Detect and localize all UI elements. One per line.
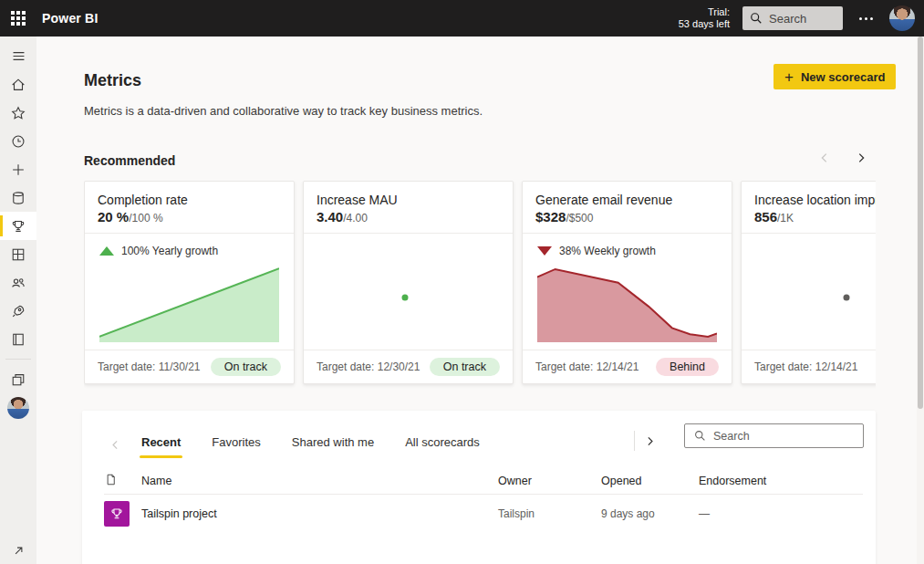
sidebar-item-datasets[interactable] [0,183,36,212]
metric-title: Increase MAU [317,193,500,207]
chevron-left-icon [818,151,831,164]
page-title: Metrics [84,71,141,90]
status-badge: Behind [656,358,719,376]
target-date: Target date: 12/14/21 [535,360,638,373]
my-workspace-avatar [7,397,29,419]
recommended-section-title: Recommended [84,153,175,168]
metric-title: Increase location impressions [754,193,876,207]
global-search-box[interactable] [742,6,843,30]
sidebar-item-home[interactable] [0,70,36,99]
tab-recent[interactable]: Recent [140,432,182,458]
metric-card-email-revenue[interactable]: Generate email revenue $328/$500 38% Wee… [522,181,732,384]
status-badge: On track [211,358,281,376]
sidebar-item-learn[interactable] [0,325,36,353]
sidebar-item-favorites[interactable] [0,99,36,127]
tab-all-scorecards[interactable]: All scorecards [403,432,482,458]
sidebar-item-create[interactable] [0,155,36,183]
chevron-left-icon [109,439,121,451]
datasets-database-icon [10,190,26,206]
scorecards-search-input[interactable] [713,430,832,443]
sidebar-item-workspaces[interactable] [0,365,36,393]
tab-shared-with-me[interactable]: Shared with me [290,432,376,458]
metric-title: Completion rate [98,193,281,207]
trend-indicator: 38% Weekly growth [537,243,717,259]
metrics-trophy-icon [10,218,26,235]
top-app-bar: Power BI Trial: 53 days left [0,0,924,37]
favorites-star-icon [10,105,26,121]
sidebar-item-my-workspace[interactable] [0,393,36,422]
scorecards-panel: Recent Favorites Shared with me All scor… [82,411,876,564]
global-search-input[interactable] [769,12,833,26]
tabs-scroll-right-button[interactable] [642,433,658,449]
target-date: Target date: 12/30/21 [317,360,420,373]
trend-up-icon [99,246,114,256]
metric-value: 3.40/4.00 [317,209,500,225]
sidebar-item-pipelines[interactable] [0,297,36,325]
recent-clock-icon [10,133,26,150]
column-endorsement[interactable]: Endorsement [699,475,863,487]
tab-favorites[interactable]: Favorites [210,432,262,458]
metric-card-increase-mau[interactable]: Increase MAU 3.40/4.00 Target date: 12/3… [303,181,514,384]
chevron-right-icon [644,435,656,447]
chevron-right-icon [855,151,867,164]
account-avatar[interactable] [889,5,915,31]
column-owner[interactable]: Owner [498,475,601,487]
metric-card-location-impressions[interactable]: Increase location impressions 856/1K Tar… [741,181,876,384]
carousel-prev-button[interactable] [816,150,833,166]
target-date: Target date: 11/30/21 [98,360,201,373]
sparkline-chart [318,243,498,342]
deployment-rocket-icon [10,303,26,319]
expand-nav-button[interactable] [0,537,36,564]
workspaces-layers-icon [10,371,26,388]
scorecard-trophy-icon [104,501,130,527]
app-title: Power BI [42,11,99,26]
vertical-scrollbar[interactable] [917,37,924,564]
sparkline-chart [537,263,717,342]
shared-people-icon [10,275,26,291]
plus-icon: + [784,69,794,85]
create-plus-icon [10,162,26,178]
sidebar-item-apps[interactable] [0,240,36,268]
column-opened[interactable]: Opened [601,475,699,487]
menu-icon [11,48,26,64]
metric-value: 856/1K [754,209,876,225]
scorecard-name[interactable]: Tailspin project [141,507,498,520]
nav-menu-toggle[interactable] [0,42,36,70]
scorecards-tabs: Recent Favorites Shared with me All scor… [140,432,482,458]
recommended-carousel: Completion rate 20 %/100 % 100% Yearly g… [84,181,876,389]
sidebar-item-metrics[interactable] [0,212,36,240]
scorecard-row[interactable]: Tailspin project Tailspin 9 days ago — [104,496,863,532]
home-icon [10,77,26,93]
target-date: Target date: 12/14/21 [754,360,857,373]
app-launcher-waffle-icon[interactable] [0,0,36,37]
scorecard-owner: Tailspin [498,507,601,520]
carousel-next-button[interactable] [853,150,869,166]
left-nav-rail [0,37,36,564]
new-scorecard-button[interactable]: + New scorecard [773,64,896,89]
scorecard-endorsement: — [699,507,863,520]
trial-status: Trial: 53 days left [679,6,730,30]
sidebar-item-shared[interactable] [0,268,36,297]
scorecards-search-box[interactable] [684,423,864,448]
column-name[interactable]: Name [141,475,498,487]
metric-title: Generate email revenue [535,193,719,207]
table-header: Name Owner Opened Endorsement [104,467,863,495]
apps-layout-icon [10,246,26,263]
document-type-icon [104,473,141,489]
search-icon [750,12,763,25]
sparkline-chart [99,263,279,342]
sparkline-chart [756,243,876,342]
metric-card-completion-rate[interactable]: Completion rate 20 %/100 % 100% Yearly g… [84,181,295,384]
learn-book-icon [10,331,26,348]
trend-indicator: 100% Yearly growth [99,243,279,259]
metric-value: $328/$500 [535,209,719,225]
tabs-scroll-left-button[interactable] [108,437,123,453]
page-description: Metrics is a data-driven and collaborati… [84,104,483,118]
scrollbar-thumb[interactable] [918,37,923,409]
expand-diagonal-arrow-icon [12,544,26,558]
status-badge: On track [430,358,500,376]
more-options-ellipsis-icon[interactable] [856,12,877,26]
sidebar-item-recent[interactable] [0,127,36,155]
main-content: Metrics Metrics is a data-driven and col… [36,37,924,564]
nav-divider [5,359,31,360]
